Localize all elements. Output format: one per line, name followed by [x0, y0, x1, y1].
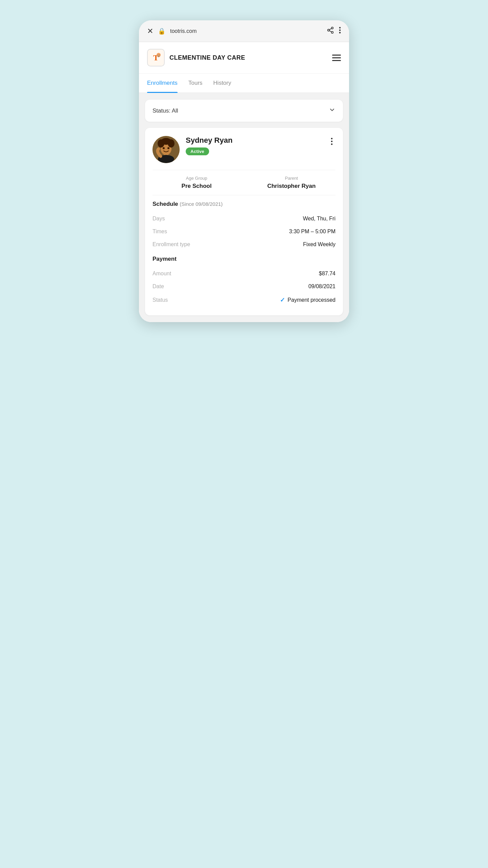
more-options-browser-icon[interactable]	[339, 26, 341, 36]
enrollment-type-row: Enrollment type Fixed Weekly	[152, 238, 336, 251]
days-value: Wed, Thu, Fri	[303, 216, 336, 222]
chevron-down-icon	[329, 106, 336, 115]
student-header: Sydney Ryan Active	[152, 136, 336, 163]
tab-enrollments[interactable]: Enrollments	[147, 74, 178, 93]
lock-icon: 🔒	[158, 27, 165, 35]
days-row: Days Wed, Thu, Fri	[152, 212, 336, 225]
parent-value: Christopher Ryan	[247, 183, 336, 190]
age-group-value: Pre School	[152, 183, 241, 190]
phone-shell: ✕ 🔒 tootris.com T 🐒	[139, 20, 349, 322]
avatar	[152, 136, 180, 163]
info-grid: Age Group Pre School Parent Christopher …	[152, 176, 336, 190]
svg-point-24	[331, 143, 333, 145]
times-label: Times	[152, 229, 167, 235]
date-label: Date	[152, 283, 164, 290]
payment-status-row: Status ✓ Payment processed	[152, 293, 336, 307]
parent-label: Parent	[247, 176, 336, 181]
student-name: Sydney Ryan	[186, 136, 328, 145]
share-icon[interactable]	[327, 26, 334, 36]
times-value: 3:30 PM – 5:00 PM	[289, 229, 336, 235]
app-content: T 🐒 CLEMENTINE DAY CARE Enrollments Tour…	[139, 42, 349, 322]
svg-point-22	[331, 138, 333, 139]
check-icon: ✓	[280, 296, 285, 304]
enrollment-type-value: Fixed Weekly	[303, 241, 336, 248]
payment-section: Payment Amount $87.74 Date 09/08/2021 St…	[152, 256, 336, 307]
svg-text:🐒: 🐒	[157, 54, 160, 57]
status-badge: Active	[186, 147, 209, 155]
payment-title: Payment	[152, 256, 336, 262]
amount-row: Amount $87.74	[152, 267, 336, 280]
student-info: Sydney Ryan Active	[186, 136, 328, 155]
app-header: T 🐒 CLEMENTINE DAY CARE	[139, 42, 349, 74]
parent-cell: Parent Christopher Ryan	[247, 176, 336, 190]
status-filter[interactable]: Status: All	[145, 100, 343, 122]
schedule-title: Schedule (Since 09/08/2021)	[152, 201, 336, 208]
schedule-since: (Since 09/08/2021)	[180, 201, 223, 207]
divider-1	[152, 170, 336, 170]
schedule-section: Schedule (Since 09/08/2021) Days Wed, Th…	[152, 201, 336, 251]
divider-2	[152, 195, 336, 195]
svg-point-5	[339, 27, 341, 28]
student-more-options-icon[interactable]	[328, 136, 336, 149]
date-value: 09/08/2021	[308, 283, 336, 290]
tab-tours[interactable]: Tours	[188, 74, 203, 93]
svg-point-6	[339, 29, 341, 31]
hamburger-icon[interactable]	[332, 55, 341, 61]
times-row: Times 3:30 PM – 5:00 PM	[152, 225, 336, 238]
page-content: Status: All	[139, 93, 349, 322]
svg-line-3	[329, 31, 331, 32]
svg-point-17	[161, 138, 171, 145]
browser-bar: ✕ 🔒 tootris.com	[139, 20, 349, 42]
svg-point-23	[331, 141, 333, 142]
status-filter-label: Status: All	[152, 107, 178, 114]
enrollment-type-label: Enrollment type	[152, 241, 190, 248]
date-row: Date 09/08/2021	[152, 280, 336, 293]
svg-point-7	[339, 32, 341, 34]
app-logo: T 🐒	[147, 49, 165, 66]
age-group-cell: Age Group Pre School	[152, 176, 241, 190]
tab-history[interactable]: History	[213, 74, 231, 93]
close-icon[interactable]: ✕	[147, 27, 153, 36]
enrollment-card: Sydney Ryan Active Age Group Pre School	[145, 128, 343, 315]
svg-point-18	[163, 147, 165, 149]
payment-status-label: Status	[152, 297, 168, 303]
payment-status-value: ✓ Payment processed	[280, 296, 336, 304]
svg-line-4	[329, 28, 331, 30]
amount-value: $87.74	[319, 271, 336, 277]
browser-url: tootris.com	[170, 28, 322, 34]
amount-label: Amount	[152, 271, 171, 277]
svg-point-19	[167, 147, 169, 149]
payment-status-text: Payment processed	[288, 297, 336, 303]
app-title: CLEMENTINE DAY CARE	[169, 54, 332, 61]
age-group-label: Age Group	[152, 176, 241, 181]
nav-tabs: Enrollments Tours History	[139, 74, 349, 93]
days-label: Days	[152, 216, 165, 222]
